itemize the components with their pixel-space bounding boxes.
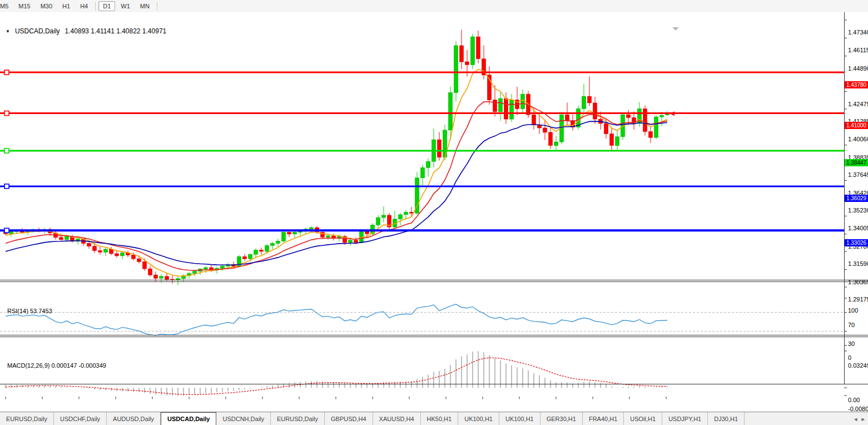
chart-tab-usdcnh-daily-4[interactable]: USDCNH,Daily [216,412,271,425]
rsi-axis-label: 100 [848,307,858,314]
timeframe-button-m30[interactable]: M30 [36,1,57,11]
timeframe-button-mn[interactable]: MN [136,1,154,11]
chart-tab-dj30-h1-15[interactable]: DJ30,H1 [708,412,745,425]
chart-tab-fra40-h1-12[interactable]: FRA40,H1 [583,412,624,425]
timeframe-toolbar: M5M15M30H1H4D1W1MN [0,0,868,13]
chart-tab-bar: EURUSD,DailyUSDCHF,DailyAUDUSD,DailyUSDC… [0,412,868,425]
symbol-label: USDCAD,Daily [15,27,60,35]
macd-axis-label: 0.00 [848,397,860,403]
price-tick-label: 1.31590 [848,260,868,267]
price-tick-label: 1.46115 [848,47,868,53]
chart-tab-eurusd-daily-0[interactable]: EURUSD,Daily [0,412,54,425]
chart-title: ▼ USDCAD,Daily 1.40893 1.41141 1.40822 1… [6,27,166,35]
chart-tab-audusd-daily-2[interactable]: AUDUSD,Daily [107,412,161,425]
price-level-badge: 1.41000 [845,122,868,129]
rsi-axis-label: 0 [848,354,851,361]
chart-shift-marker-icon [672,27,679,31]
toolbar-separator [95,2,96,11]
chart-tab-xauusd-h4-7[interactable]: XAUUSD,H4 [373,412,421,425]
price-tick-label: 1.34005 [848,225,868,231]
price-tick-label: 1.40060 [848,136,868,142]
price-level-badge: 1.38447 [845,159,868,166]
timeframe-button-h4[interactable]: H4 [76,1,92,11]
price-level-badge: 1.36029 [845,195,868,202]
chart-tab-ger30-h1-11[interactable]: GER30,H1 [540,412,583,425]
price-tick-label: 1.44890 [848,65,868,72]
chart-tab-hk50-h1-8[interactable]: HK50,H1 [421,412,459,425]
chart-tab-usoil-h1-13[interactable]: USOil,H1 [624,412,662,425]
chart-window: ▼ USDCAD,Daily 1.40893 1.41141 1.40822 1… [0,12,868,412]
timeframe-button-m15[interactable]: M15 [14,1,34,11]
macd-label: MACD(12,26,9) 0.000147 -0.000349 [7,362,106,369]
chevron-down-icon[interactable]: ▼ [6,29,10,34]
chart-tab-usdchf-daily-1[interactable]: USDCHF,Daily [54,412,107,425]
rsi-label: RSI(14) 53.7453 [7,308,52,314]
price-tick-label: 1.42475 [848,101,868,107]
price-level-badge: 1.43780 [845,81,868,88]
price-tick-label: 1.30365 [848,279,868,285]
chart-tab-usdcad-daily-3[interactable]: USDCAD,Daily [161,412,216,425]
macd-axis-label: 0.032493 [848,362,868,369]
chart-tab-usdjpy-h1-14[interactable]: USDJPY,H1 [662,412,708,425]
chart-tab-uk100-h1-9[interactable]: UK100,H1 [458,412,499,425]
tab-scroll-left-icon[interactable]: ◂ [854,416,857,423]
chart-tab-uk100-h1-10[interactable]: UK100,H1 [499,412,540,425]
rsi-axis-label: 30 [848,340,855,347]
chart-tab-gbpusd-h4-6[interactable]: GBPUSD,H4 [325,412,373,425]
price-tick-label: 1.29175 [848,296,868,303]
chart-tab-eurusd-daily-5[interactable]: EURUSD,Daily [271,412,325,425]
tab-scroll-right-icon[interactable]: ▸ [861,416,865,423]
price-tick-label: 1.35230 [848,207,868,214]
price-tick-label: 1.37645 [848,171,868,178]
timeframe-button-w1[interactable]: W1 [116,1,135,11]
rsi-axis-label: 70 [848,322,855,328]
timeframe-button-m5[interactable]: M5 [0,1,13,11]
timeframe-button-h1[interactable]: H1 [58,1,75,11]
ohlc-values: 1.40893 1.41141 1.40822 1.40971 [65,27,167,35]
price-level-badge: 1.33026 [845,239,868,246]
chart-canvas[interactable] [0,12,868,425]
toolbar-separator [157,2,157,11]
price-tick-label: 1.47340 [848,29,868,36]
timeframe-button-d1[interactable]: D1 [98,1,115,11]
